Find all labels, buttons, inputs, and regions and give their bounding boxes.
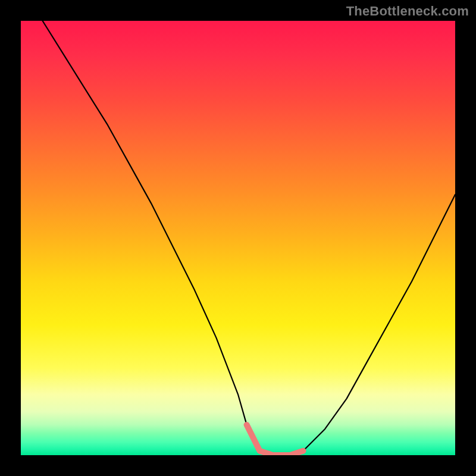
chart-container: TheBottleneck.com (0, 0, 476, 476)
watermark-text: TheBottleneck.com (346, 4, 469, 19)
curve-svg (21, 21, 455, 455)
optimal-zone-marker (247, 425, 303, 455)
bottleneck-curve (43, 21, 456, 455)
plot-area (21, 21, 455, 455)
